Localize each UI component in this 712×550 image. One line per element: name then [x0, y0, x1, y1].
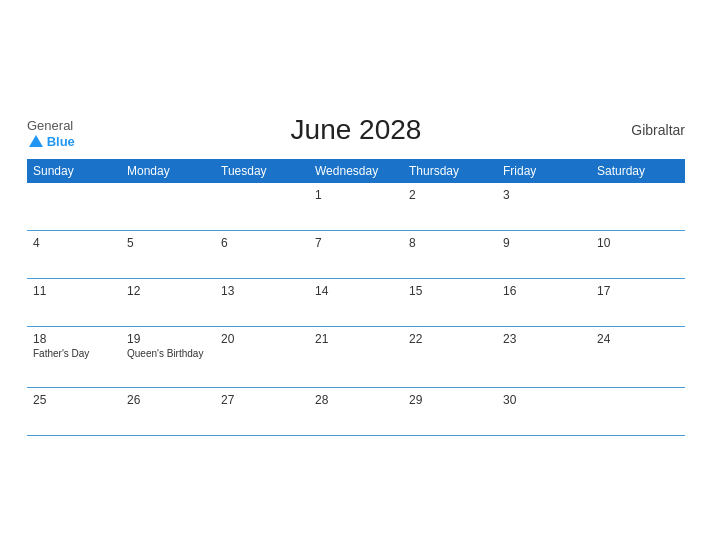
day-cell-29: 29: [403, 388, 497, 436]
day-cell-14: 14: [309, 279, 403, 327]
day-number: 27: [221, 393, 303, 407]
day-number: 22: [409, 332, 491, 346]
day-cell-17: 17: [591, 279, 685, 327]
logo-blue-text: Blue: [27, 134, 75, 150]
day-number: 15: [409, 284, 491, 298]
day-cell-24: 24: [591, 327, 685, 388]
day-number: 26: [127, 393, 209, 407]
day-cell-27: 27: [215, 388, 309, 436]
day-number: 21: [315, 332, 397, 346]
day-number: 10: [597, 236, 679, 250]
day-cell-4: 4: [27, 231, 121, 279]
day-number: 20: [221, 332, 303, 346]
calendar-container: General Blue June 2028 Gibraltar Sunday …: [11, 102, 701, 448]
header-tuesday: Tuesday: [215, 159, 309, 183]
logo-triangle-icon: [29, 135, 43, 147]
day-cell-26: 26: [121, 388, 215, 436]
day-number: 5: [127, 236, 209, 250]
logo: General Blue: [27, 118, 75, 149]
day-number: 3: [503, 188, 585, 202]
day-cell-6: 6: [215, 231, 309, 279]
region-label: Gibraltar: [631, 122, 685, 138]
day-number: 11: [33, 284, 115, 298]
day-number: 16: [503, 284, 585, 298]
week-row-5: 25 26 27 28 29 30: [27, 388, 685, 436]
day-number: 13: [221, 284, 303, 298]
day-number: 8: [409, 236, 491, 250]
header-sunday: Sunday: [27, 159, 121, 183]
day-number: 17: [597, 284, 679, 298]
day-cell-18: 18 Father's Day: [27, 327, 121, 388]
empty-cell: [215, 183, 309, 231]
day-cell-5: 5: [121, 231, 215, 279]
week-row-1: 1 2 3: [27, 183, 685, 231]
day-cell-21: 21: [309, 327, 403, 388]
logo-blue-label: Blue: [47, 134, 75, 149]
day-number: 19: [127, 332, 209, 346]
day-number: 1: [315, 188, 397, 202]
day-cell-7: 7: [309, 231, 403, 279]
header-monday: Monday: [121, 159, 215, 183]
day-cell-13: 13: [215, 279, 309, 327]
weekday-header-row: Sunday Monday Tuesday Wednesday Thursday…: [27, 159, 685, 183]
header-saturday: Saturday: [591, 159, 685, 183]
day-cell-15: 15: [403, 279, 497, 327]
day-cell-8: 8: [403, 231, 497, 279]
day-number: 4: [33, 236, 115, 250]
day-cell-30: 30: [497, 388, 591, 436]
day-number: 25: [33, 393, 115, 407]
day-number: 6: [221, 236, 303, 250]
day-cell-3: 3: [497, 183, 591, 231]
day-cell-22: 22: [403, 327, 497, 388]
day-cell-20: 20: [215, 327, 309, 388]
week-row-4: 18 Father's Day 19 Queen's Birthday 20 2…: [27, 327, 685, 388]
day-number: 28: [315, 393, 397, 407]
header-thursday: Thursday: [403, 159, 497, 183]
day-cell-2: 2: [403, 183, 497, 231]
week-row-3: 11 12 13 14 15 16 17: [27, 279, 685, 327]
day-cell-12: 12: [121, 279, 215, 327]
day-cell-10: 10: [591, 231, 685, 279]
calendar-header: General Blue June 2028 Gibraltar: [27, 118, 685, 149]
empty-cell: [27, 183, 121, 231]
day-number: 23: [503, 332, 585, 346]
day-cell-11: 11: [27, 279, 121, 327]
logo-general-text: General: [27, 118, 75, 134]
header-friday: Friday: [497, 159, 591, 183]
day-cell-19: 19 Queen's Birthday: [121, 327, 215, 388]
day-number: 18: [33, 332, 115, 346]
calendar-table: Sunday Monday Tuesday Wednesday Thursday…: [27, 159, 685, 436]
event-fathers-day: Father's Day: [33, 348, 115, 359]
day-number: 24: [597, 332, 679, 346]
event-queens-birthday: Queen's Birthday: [127, 348, 209, 359]
week-row-2: 4 5 6 7 8 9 10: [27, 231, 685, 279]
day-cell-9: 9: [497, 231, 591, 279]
empty-cell: [591, 388, 685, 436]
empty-cell: [591, 183, 685, 231]
day-number: 29: [409, 393, 491, 407]
day-cell-1: 1: [309, 183, 403, 231]
day-cell-23: 23: [497, 327, 591, 388]
day-number: 7: [315, 236, 397, 250]
day-number: 9: [503, 236, 585, 250]
header-wednesday: Wednesday: [309, 159, 403, 183]
day-number: 30: [503, 393, 585, 407]
day-number: 14: [315, 284, 397, 298]
day-number: 2: [409, 188, 491, 202]
day-cell-25: 25: [27, 388, 121, 436]
day-cell-16: 16: [497, 279, 591, 327]
day-cell-28: 28: [309, 388, 403, 436]
calendar-title: June 2028: [291, 114, 422, 146]
day-number: 12: [127, 284, 209, 298]
empty-cell: [121, 183, 215, 231]
